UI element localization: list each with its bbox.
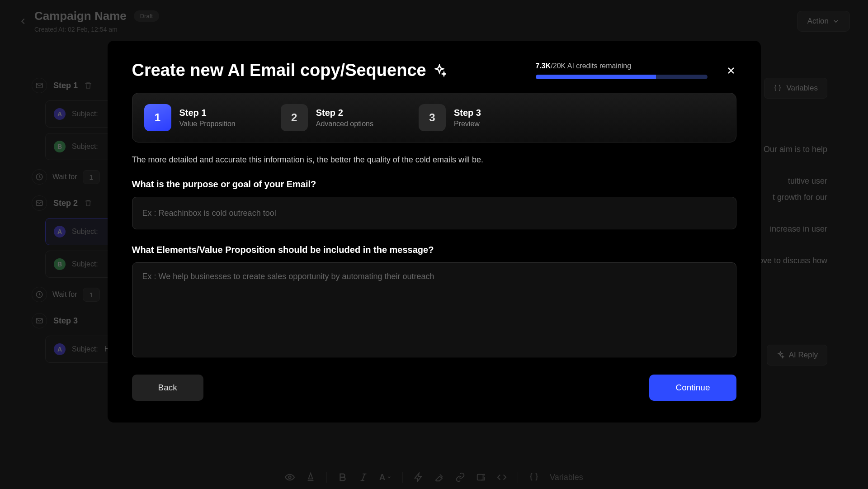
modal-overlay: Create new AI Email copy/Sequence 7.3K/2… (0, 0, 868, 489)
credits-progress (536, 75, 708, 79)
back-button[interactable]: Back (132, 375, 203, 401)
q1-label: What is the purpose or goal of your Emai… (132, 179, 736, 190)
modal-title: Create new AI Email copy/Sequence (132, 61, 446, 80)
wizard-step-2[interactable]: 2 Step 2 Advanced options (281, 104, 373, 131)
helper-text: The more detailed and accurate this info… (132, 155, 736, 165)
step-subtitle: Preview (454, 120, 481, 128)
purpose-input[interactable] (132, 197, 736, 229)
sparkle-icon (433, 64, 446, 77)
continue-button[interactable]: Continue (649, 375, 736, 401)
step-subtitle: Advanced options (316, 120, 373, 128)
step-title: Step 1 (179, 108, 236, 118)
step-number: 1 (144, 104, 171, 131)
close-icon[interactable] (726, 65, 736, 76)
step-subtitle: Value Proposition (179, 120, 236, 128)
step-title: Step 3 (454, 108, 481, 118)
step-title: Step 2 (316, 108, 373, 118)
wizard-steps: 1 Step 1 Value Proposition 2 Step 2 Adva… (132, 93, 736, 142)
wizard-step-3[interactable]: 3 Step 3 Preview (419, 104, 481, 131)
value-prop-textarea[interactable] (132, 262, 736, 357)
step-number: 2 (281, 104, 308, 131)
ai-email-modal: Create new AI Email copy/Sequence 7.3K/2… (108, 41, 761, 423)
wizard-step-1[interactable]: 1 Step 1 Value Proposition (144, 104, 236, 131)
step-number: 3 (419, 104, 446, 131)
credits-text: 7.3K/20K AI credits remaining (536, 62, 708, 70)
q2-label: What Elements/Value Proposition should b… (132, 245, 736, 255)
